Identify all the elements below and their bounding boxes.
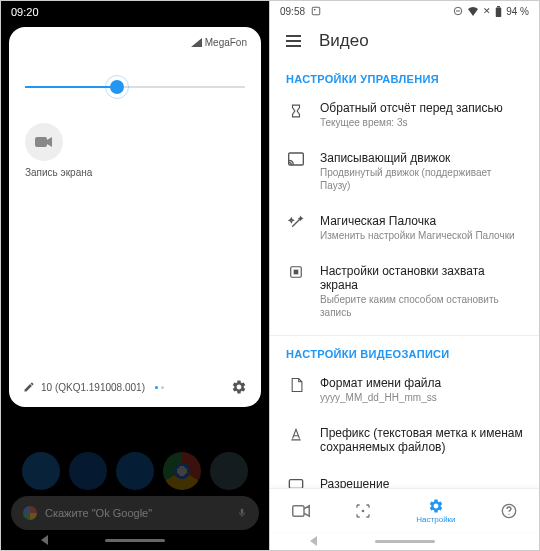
left-phone-screen: 09:20 MegaFon Запись экрана 10 (QKQ1.191…: [1, 1, 270, 550]
nav-home-pill[interactable]: [105, 539, 165, 542]
mic-icon[interactable]: [237, 506, 247, 520]
svg-point-13: [362, 509, 365, 512]
wifi-icon: [467, 6, 479, 16]
signal-icon: [191, 38, 202, 47]
slider-thumb[interactable]: [110, 80, 124, 94]
svg-point-15: [508, 513, 509, 514]
nav-back-icon[interactable]: [41, 535, 48, 545]
svg-rect-0: [35, 137, 47, 147]
hamburger-icon[interactable]: [286, 35, 301, 47]
svg-rect-6: [497, 6, 500, 7]
status-time: 09:58: [280, 6, 305, 17]
quick-settings-panel: MegaFon Запись экрана 10 (QKQ1.191008.00…: [9, 27, 261, 407]
dnd-icon: [453, 6, 463, 16]
wand-icon: [286, 214, 306, 242]
search-placeholder: Скажите "Ok Google": [45, 507, 152, 519]
svg-point-2: [314, 8, 316, 10]
messages-app-icon[interactable]: [69, 452, 107, 490]
status-right: ✕ 94 %: [453, 6, 529, 17]
camera-app-icon[interactable]: [210, 452, 248, 490]
svg-rect-12: [293, 505, 304, 516]
build-info[interactable]: 10 (QKQ1.191008.001): [23, 381, 164, 393]
status-bar: 09:20: [1, 1, 269, 25]
slider-progress: [25, 86, 117, 88]
google-search-bar[interactable]: Скажите "Ok Google": [11, 496, 259, 530]
phone-app-icon[interactable]: [22, 452, 60, 490]
setting-countdown[interactable]: Обратный отсчёт перед записьюТекущее вре…: [270, 91, 539, 141]
battery-icon: [495, 6, 502, 17]
tile-label: Запись экрана: [25, 167, 245, 178]
setting-filename-format[interactable]: Формат имени файлаyyyy_MM_dd_HH_mm_ss: [270, 366, 539, 416]
status-bar: 09:58 ✕ 94 %: [270, 1, 539, 21]
bottom-nav-settings[interactable]: Настройки: [416, 498, 455, 524]
pencil-icon: [23, 381, 35, 393]
nav-home-pill[interactable]: [375, 540, 435, 543]
settings-app-icon[interactable]: [116, 452, 154, 490]
panel-footer: 10 (QKQ1.191008.001): [23, 379, 247, 395]
section-header: НАСТРОЙКИ ВИДЕОЗАПИСИ: [270, 335, 539, 366]
nav-bar: [270, 532, 539, 550]
page-dots: [155, 386, 164, 389]
status-time: 09:20: [11, 6, 39, 18]
section-header: НАСТРОЙКИ УПРАВЛЕНИЯ: [270, 65, 539, 91]
file-icon: [286, 376, 306, 404]
right-phone-screen: 09:58 ✕ 94 % Видео НАСТРОЙКИ УПРАВЛЕНИЯ …: [270, 1, 539, 550]
cast-icon: [286, 151, 306, 192]
page-title: Видео: [319, 31, 369, 51]
app-header: Видео: [270, 21, 539, 65]
image-icon: [311, 6, 321, 16]
settings-list[interactable]: НАСТРОЙКИ УПРАВЛЕНИЯ Обратный отсчёт пер…: [270, 65, 539, 510]
carrier-label: MegaFon: [191, 37, 247, 48]
chrome-app-icon[interactable]: [163, 452, 201, 490]
help-icon: [501, 503, 517, 519]
text-icon: [286, 426, 306, 455]
nav-bar: [1, 532, 269, 548]
bottom-nav-label: Настройки: [416, 515, 455, 524]
gear-icon: [428, 498, 444, 514]
bottom-nav-screenshot[interactable]: [355, 503, 371, 519]
setting-engine[interactable]: Записывающий движокПродвинутый движок (п…: [270, 141, 539, 204]
bottom-nav: Настройки: [270, 488, 539, 532]
signal-x-icon: ✕: [483, 6, 491, 16]
bottom-nav-help[interactable]: [501, 503, 517, 519]
bottom-nav-record[interactable]: [292, 504, 310, 518]
hourglass-icon: [286, 101, 306, 129]
stop-icon: [286, 264, 306, 319]
camcorder-icon: [292, 504, 310, 518]
camcorder-icon: [25, 123, 63, 161]
setting-magic-wand[interactable]: Магическая ПалочкаИзменить настройки Маг…: [270, 204, 539, 254]
status-left: 09:58: [280, 6, 321, 17]
setting-stop-capture[interactable]: Настройки остановки захвата экранаВыбери…: [270, 254, 539, 331]
brightness-slider[interactable]: [25, 77, 245, 97]
battery-pct: 94 %: [506, 6, 529, 17]
svg-rect-1: [312, 7, 320, 15]
screen-record-tile[interactable]: Запись экрана: [25, 123, 245, 178]
crop-icon: [355, 503, 371, 519]
svg-rect-9: [294, 270, 299, 275]
svg-rect-5: [496, 7, 502, 17]
nav-back-icon[interactable]: [310, 536, 317, 546]
setting-prefix[interactable]: Префикс (текстовая метка к именам сохран…: [270, 416, 539, 467]
home-dock: [1, 452, 269, 490]
google-logo-icon: [23, 506, 37, 520]
gear-icon[interactable]: [231, 379, 247, 395]
